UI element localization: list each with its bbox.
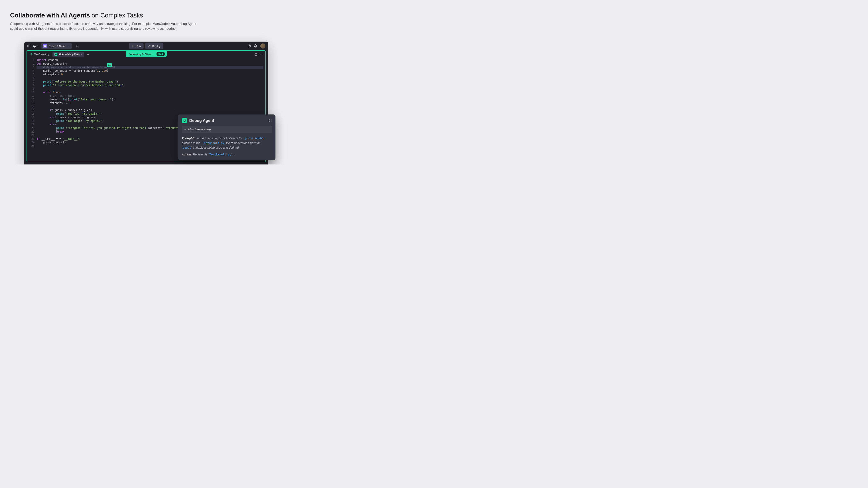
svg-point-2 — [76, 45, 78, 47]
tab-testresult[interactable]: TestResult.py — [28, 52, 51, 57]
file-selector[interactable]: </> CodeFileName — [41, 43, 72, 49]
line-gutter: 1234567891011121314151617181920212223242… — [27, 59, 37, 148]
svg-point-14 — [261, 54, 261, 55]
titlebar: </> CodeFileName Run Deploy — [24, 41, 268, 51]
code-badge-icon: </> — [43, 44, 47, 48]
close-icon[interactable]: × — [81, 53, 83, 56]
svg-point-7 — [31, 54, 32, 55]
page-header: Collaborate with AI Agents on Complex Ta… — [0, 0, 292, 31]
deploy-label: Deploy — [152, 44, 160, 47]
svg-point-16 — [184, 120, 185, 121]
svg-rect-0 — [27, 45, 30, 47]
more-icon[interactable] — [259, 53, 262, 56]
tabs-row: TestResult.py AI Autodebug Draft × Follo… — [27, 51, 266, 57]
code-line[interactable] — [37, 76, 261, 80]
tab-autodebug[interactable]: AI Autodebug Draft × — [53, 52, 84, 57]
rocket-icon — [148, 45, 151, 47]
file-name: CodeFileName — [49, 44, 66, 47]
bug-icon — [182, 118, 187, 123]
debug-agent-panel: Debug Agent AI is Interpreting Thought: … — [178, 115, 276, 160]
code-line[interactable]: while True: — [37, 91, 261, 94]
ai-badge: AI — [107, 63, 112, 67]
code-line[interactable]: print("Welcome to the Guess the Number g… — [37, 80, 261, 84]
page-title-bold: Collaborate with AI Agents — [10, 12, 90, 19]
page-title: Collaborate with AI Agents on Complex Ta… — [10, 12, 282, 19]
code-line[interactable]: guess = int(input("Enter your guess: ")) — [37, 98, 261, 101]
avatar[interactable] — [260, 43, 266, 48]
status-text: AI is Interpreting — [188, 128, 211, 131]
bug-icon — [55, 53, 57, 56]
svg-point-13 — [260, 54, 260, 55]
split-icon[interactable] — [255, 53, 257, 56]
svg-line-3 — [78, 46, 79, 47]
agent-body: Thought: I need to review the definition… — [182, 136, 272, 157]
agent-action: Action: Review file `TestResult.py`… — [182, 152, 272, 157]
svg-point-15 — [262, 54, 262, 55]
tab-label: AI Autodebug Draft — [59, 53, 80, 56]
play-icon — [132, 45, 134, 47]
app-logo-icon — [33, 44, 38, 48]
code-line[interactable]: def guess_number(): — [37, 62, 261, 66]
code-line[interactable]: # Generate a random number between 1 and… — [37, 66, 261, 69]
add-tab-button[interactable] — [86, 52, 90, 57]
deploy-button[interactable]: Deploy — [145, 43, 163, 49]
code-line[interactable] — [37, 105, 261, 108]
panel-toggle-icon[interactable] — [27, 44, 31, 48]
quit-button[interactable]: Quit — [157, 52, 165, 56]
code-line[interactable]: if guess < number_to_guess: — [37, 108, 261, 112]
run-button[interactable]: Run — [129, 43, 144, 49]
help-icon[interactable] — [247, 44, 251, 48]
code-line[interactable]: import random — [37, 59, 261, 62]
page-subtitle: Cooperating with AI agents frees users t… — [10, 22, 203, 31]
tab-label: TestResult.py — [34, 53, 49, 56]
ide-window: </> CodeFileName Run Deploy — [24, 41, 268, 164]
svg-point-8 — [56, 54, 57, 55]
run-label: Run — [136, 44, 141, 47]
code-line[interactable]: # Get user input — [37, 94, 261, 98]
follow-text: Following AI View… — [128, 53, 154, 56]
editor-area: TestResult.py AI Autodebug Draft × Follo… — [27, 51, 266, 162]
code-line[interactable] — [37, 87, 261, 91]
status-dot-icon — [184, 129, 186, 130]
expand-icon[interactable] — [269, 119, 272, 122]
chevron-down-icon — [68, 45, 70, 47]
code-line[interactable]: attempts += 1 — [37, 101, 261, 105]
code-line[interactable]: attempts = 0 — [37, 73, 261, 76]
code-line[interactable]: number_to_guess = random.randint(1, 100) — [37, 69, 261, 73]
agent-status: AI is Interpreting — [182, 126, 272, 133]
bell-icon[interactable] — [254, 44, 257, 48]
follow-ai-banner: Following AI View… Quit — [126, 51, 167, 57]
page-title-rest: on Complex Tasks — [90, 12, 143, 19]
agent-title: Debug Agent — [189, 118, 214, 123]
code-line[interactable]: print("I have chosen a number between 1 … — [37, 84, 261, 87]
search-icon[interactable] — [75, 44, 79, 48]
file-icon — [30, 53, 33, 56]
agent-thought: Thought: I need to review the definition… — [182, 136, 272, 150]
